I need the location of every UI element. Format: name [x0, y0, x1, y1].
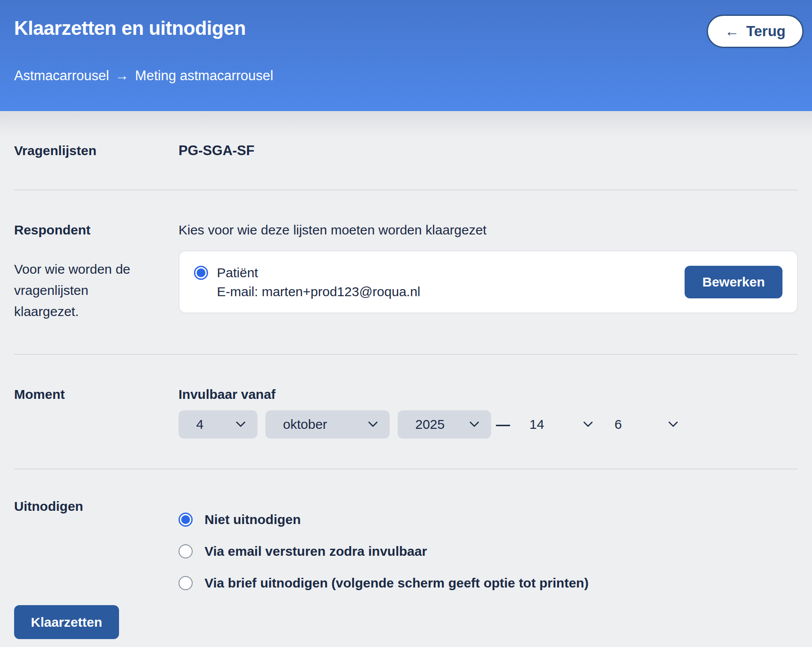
minute-select[interactable]: 6: [615, 410, 678, 439]
day-select[interactable]: 4: [179, 410, 257, 439]
year-select[interactable]: 2025: [398, 410, 491, 439]
respondent-label-column: Respondent Voor wie worden de vragenlijs…: [14, 222, 179, 322]
vragenlijsten-label: Vragenlijsten: [14, 143, 179, 159]
invite-option-label: Via email versturen zodra invulbaar: [205, 542, 427, 561]
row-uitnodigen: Uitnodigen Niet uitnodigen Via email ver…: [14, 469, 798, 593]
edit-button[interactable]: Bewerken: [685, 266, 782, 298]
respondent-intro: Kies voor wie deze lijsten moeten worden…: [179, 222, 798, 238]
breadcrumb: Astmacarrousel → Meting astmacarrousel: [14, 67, 273, 85]
chevron-down-icon: [235, 421, 246, 428]
uitnodigen-label: Uitnodigen: [14, 498, 179, 514]
respondent-card: Patiënt E-mail: marten+prod123@roqua.nl …: [179, 250, 798, 313]
invite-radio[interactable]: [179, 513, 193, 527]
chevron-down-icon: [368, 421, 378, 428]
respondent-content: Kies voor wie deze lijsten moeten worden…: [179, 222, 798, 313]
moment-label: Moment: [14, 387, 179, 402]
chevron-down-icon: [583, 421, 593, 428]
patient-option[interactable]: Patiënt E-mail: marten+prod123@roqua.nl: [194, 263, 421, 301]
moment-heading: Invulbaar vanaf: [179, 387, 798, 402]
invite-radio[interactable]: [179, 576, 193, 590]
row-moment: Moment Invulbaar vanaf 4 oktober 2025: [14, 355, 798, 469]
row-vragenlijsten: Vragenlijsten PG-SGA-SF: [14, 111, 798, 190]
row-respondent: Respondent Voor wie worden de vragenlijs…: [14, 190, 798, 354]
vragenlijsten-value: PG-SGA-SF: [179, 143, 798, 159]
respondent-label: Respondent: [14, 222, 179, 238]
day-select-value: 4: [196, 417, 204, 432]
patient-email: E-mail: marten+prod123@roqua.nl: [217, 283, 421, 301]
respondent-description: Voor wie worden de vragenlijsten klaarge…: [14, 259, 151, 322]
page-title: Klaarzetten en uitnodigen: [14, 16, 798, 41]
chevron-down-icon: [469, 421, 480, 428]
month-select[interactable]: oktober: [265, 410, 390, 439]
chevron-down-icon: [668, 421, 678, 428]
minute-select-value: 6: [615, 417, 622, 432]
hour-select[interactable]: 14: [529, 410, 593, 439]
form-main: Vragenlijsten PG-SGA-SF Respondent Voor …: [0, 111, 812, 593]
patient-radio[interactable]: [194, 266, 208, 280]
back-button[interactable]: ← Terug: [707, 15, 804, 48]
date-row: 4 oktober 2025 —: [179, 410, 798, 439]
breadcrumb-current: Meting astmacarrousel: [135, 67, 273, 85]
date-time-separator: —: [495, 416, 510, 433]
breadcrumb-parent-link[interactable]: Astmacarrousel: [14, 67, 109, 85]
page-header: Klaarzetten en uitnodigen Astmacarrousel…: [0, 0, 812, 111]
invite-option-via-brief[interactable]: Via brief uitnodigen (volgende scherm ge…: [179, 573, 798, 593]
invite-option-niet-uitnodigen[interactable]: Niet uitnodigen: [179, 510, 798, 529]
arrow-left-icon: ←: [725, 23, 739, 40]
hour-select-value: 14: [529, 417, 544, 432]
invite-option-label: Niet uitnodigen: [205, 510, 301, 529]
invite-option-via-email[interactable]: Via email versturen zodra invulbaar: [179, 542, 798, 561]
invite-options: Niet uitnodigen Via email versturen zodr…: [179, 498, 798, 593]
breadcrumb-arrow-icon: →: [115, 67, 129, 85]
patient-radio-label: Patiënt: [217, 263, 258, 283]
invite-option-label: Via brief uitnodigen (volgende scherm ge…: [205, 573, 589, 593]
back-button-label: Terug: [746, 23, 786, 40]
moment-content: Invulbaar vanaf 4 oktober 2025: [179, 387, 798, 439]
submit-button[interactable]: Klaarzetten: [14, 605, 119, 639]
year-select-value: 2025: [415, 417, 445, 432]
month-select-value: oktober: [283, 417, 327, 432]
invite-radio[interactable]: [179, 544, 193, 558]
